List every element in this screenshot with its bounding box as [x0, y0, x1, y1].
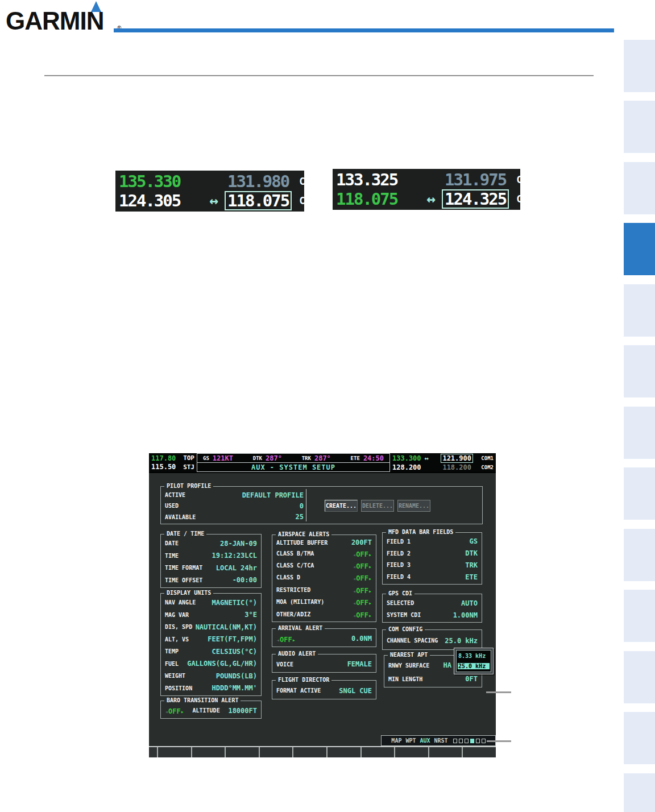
page-group-aux-active[interactable]: AUX: [420, 738, 430, 744]
time-value: 19:12:23LCL: [212, 552, 257, 560]
format-active-value[interactable]: SNGL CUE: [339, 687, 372, 695]
class-d-toggle[interactable]: ◂OFF▸: [353, 572, 372, 583]
page-group-map[interactable]: MAP: [391, 738, 401, 744]
arrival-alert-panel: ARRIVAL ALERT ◂OFF▸ 0.0NM: [272, 628, 376, 647]
flight-director-panel: FLIGHT DIRECTOR FORMAT ACTIVESNGL CUE: [272, 680, 376, 699]
callout-line-page-indicator: [487, 740, 511, 742]
page-group-nrst[interactable]: NRST: [434, 738, 448, 744]
nav1-ident: TOP: [183, 454, 194, 462]
fuel-value[interactable]: GALLONS(GL,GL/HR): [187, 660, 257, 668]
active-label: ACTIVE: [165, 492, 185, 498]
panel-title: AUDIO ALERT: [276, 651, 318, 657]
sidebar-tab-6[interactable]: [624, 345, 655, 397]
mfd-data-bar-fields-panel: MFD DATA BAR FIELDS FIELD 1GS FIELD 2DTK…: [382, 532, 482, 585]
sidebar-tab-7[interactable]: [624, 407, 655, 459]
field4-value[interactable]: ETE: [465, 573, 478, 581]
alt-vs-label: ALT, VS: [165, 636, 189, 643]
softkey-button-8[interactable]: [394, 747, 428, 757]
sidebar-tab-1[interactable]: [624, 40, 655, 92]
mfd-top-bar: 117.80 TOP 115.50 STJ GS 121KT DTK 287° …: [149, 453, 496, 472]
sidebar-tab-8[interactable]: [624, 467, 655, 520]
class-c-tca-label: CLASS C/TCA: [276, 562, 314, 569]
panel-title: PILOT PROFILE: [164, 483, 213, 489]
mfd-system-setup-screenshot: 117.80 TOP 115.50 STJ GS 121KT DTK 287° …: [149, 453, 496, 757]
time-offset-label: TIME OFFSET: [165, 577, 202, 583]
com1-active-frequency: 133.325: [336, 170, 420, 189]
panel-title: AIRSPACE ALERTS: [276, 531, 331, 537]
softkey-button-3[interactable]: [225, 747, 259, 757]
class-d-label: CLASS D: [276, 574, 300, 581]
weight-label: WEIGHT: [165, 673, 185, 679]
page-group-wpt[interactable]: WPT: [405, 738, 416, 744]
sidebar-tab-3[interactable]: [624, 162, 655, 214]
popup-option-833[interactable]: 8.33 kHz: [458, 653, 490, 659]
popup-option-250-selected[interactable]: 25.0 kHz: [458, 663, 490, 669]
temp-value[interactable]: CELSIUS(°C): [212, 648, 257, 656]
trk-label: TRK: [302, 455, 311, 461]
channel-spacing-value[interactable]: 25.0 kHz: [445, 637, 478, 645]
softkey-button-1[interactable]: [157, 747, 191, 757]
page-dot: [459, 739, 463, 743]
min-length-label: MIN LENGTH: [388, 676, 422, 682]
create-button[interactable]: CREATE...: [325, 500, 358, 512]
class-b-tma-toggle[interactable]: ◂OFF▸: [353, 548, 372, 559]
restricted-toggle[interactable]: ◂OFF▸: [353, 585, 372, 595]
right-arrow-icon: ▸: [368, 564, 372, 570]
selected-value[interactable]: AUTO: [461, 599, 478, 607]
nav2-frequency: 115.50: [151, 463, 176, 471]
alt-vs-value[interactable]: FEET(FT,FPM): [208, 635, 257, 643]
sidebar-tab-5[interactable]: [624, 284, 655, 337]
field2-value[interactable]: DTK: [465, 549, 478, 557]
com1-active-frequency: 135.330: [119, 172, 203, 191]
softkey-button-2[interactable]: [191, 747, 225, 757]
baro-off-toggle[interactable]: ◂OFF▸: [165, 705, 184, 716]
voice-value[interactable]: FEMALE: [347, 660, 372, 668]
page-dots: [453, 739, 486, 743]
altitude-buffer-value[interactable]: 200FT: [351, 538, 372, 546]
sidebar-tab-9[interactable]: [624, 529, 655, 581]
altitude-buffer-label: ALTITUDE BUFFER: [276, 540, 328, 546]
field3-value[interactable]: TRK: [465, 561, 478, 569]
softkey-button-6[interactable]: [326, 747, 360, 757]
field1-value[interactable]: GS: [470, 537, 478, 545]
sidebar-tab-4-active[interactable]: [624, 223, 655, 275]
weight-value[interactable]: POUNDS(LB): [216, 672, 257, 680]
trk-value: 287°: [314, 454, 331, 462]
dis-spd-value[interactable]: NAUTICAL(NM,KT): [196, 623, 257, 631]
softkey-button-10[interactable]: [462, 747, 496, 757]
min-length-value[interactable]: 0FT: [465, 675, 478, 683]
altitude-value[interactable]: 18000FT: [228, 707, 257, 715]
nav-angle-label: NAV ANGLE: [165, 599, 196, 606]
rnwy-surface-value[interactable]: HA: [443, 661, 451, 669]
nav-angle-value[interactable]: MAGNETIC(°): [212, 599, 257, 607]
other-adiz-toggle[interactable]: ◂OFF▸: [353, 609, 372, 620]
softkey-button-9[interactable]: [428, 747, 462, 757]
softkey-button-7[interactable]: [360, 747, 395, 757]
time-format-label: TIME FORMAT: [165, 565, 202, 571]
sidebar-tab-2[interactable]: [624, 101, 655, 153]
panel-title: GPS CDI: [386, 590, 414, 596]
position-value[interactable]: HDDD°MM.MM': [212, 684, 257, 692]
sidebar-tab-13[interactable]: [624, 773, 655, 812]
available-label: AVAILABLE: [165, 514, 196, 520]
time-format-value[interactable]: LOCAL 24hr: [216, 564, 257, 572]
sidebar-tab-12[interactable]: [624, 712, 655, 764]
sidebar-tab-10[interactable]: [624, 590, 655, 642]
arrival-distance-value[interactable]: 0.0NM: [351, 635, 372, 643]
moa-military-toggle[interactable]: ◂OFF▸: [353, 596, 372, 607]
com2-active-frequency: 124.305: [119, 191, 203, 210]
arrival-off-toggle[interactable]: ◂OFF▸: [276, 633, 296, 644]
field2-label: FIELD 2: [387, 550, 411, 557]
ete-value: 24:50: [363, 454, 384, 462]
logo-text: GARMIN: [6, 7, 103, 35]
softkey-button-4[interactable]: [259, 747, 293, 757]
com2-row: 124.305 ↔ 118.075 COM2: [119, 191, 301, 210]
sidebar-tab-11[interactable]: [624, 651, 655, 703]
class-c-tca-toggle[interactable]: ◂OFF▸: [353, 560, 372, 571]
mfd-data-bar: GS 121KT DTK 287° TRK 287° ETE 24:50: [197, 454, 389, 463]
databar-and-title-box: GS 121KT DTK 287° TRK 287° ETE 24:50 AUX…: [197, 453, 390, 472]
time-offset-value[interactable]: -00:00: [233, 576, 257, 584]
panel-title: NEAREST APT: [388, 652, 430, 658]
softkey-button-5[interactable]: [292, 747, 326, 757]
active-profile-value: DEFAULT PROFILE: [242, 491, 304, 499]
